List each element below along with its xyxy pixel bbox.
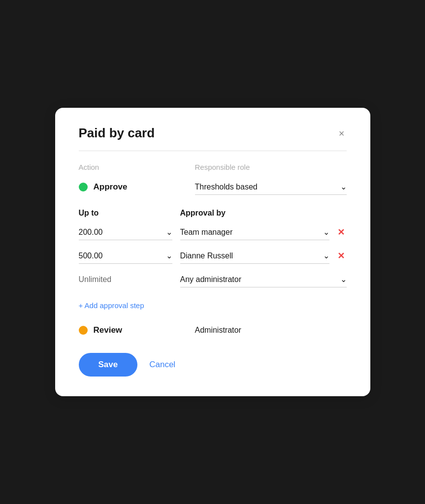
approve-label: Approve xyxy=(79,182,187,192)
column-headers: Action Responsible role xyxy=(79,163,347,171)
review-dot xyxy=(79,326,88,335)
up-to-chevron-icon-1: ⌄ xyxy=(166,227,172,237)
approval-by-value-1: Team manager xyxy=(180,228,233,237)
approval-by-row-1: Team manager ⌄ ✕ xyxy=(180,224,347,240)
responsible-role-chevron-icon: ⌄ xyxy=(340,182,347,191)
up-to-dropdown-1[interactable]: 200.00 ⌄ xyxy=(79,224,172,240)
save-button[interactable]: Save xyxy=(79,353,138,377)
approval-by-row-2: Dianne Russell ⌄ ✕ xyxy=(180,248,347,264)
up-to-value-1: 200.00 xyxy=(79,228,103,237)
approval-by-value-2: Dianne Russell xyxy=(180,252,233,260)
up-to-chevron-icon-2: ⌄ xyxy=(166,251,172,260)
approve-action-text: Approve xyxy=(94,182,128,192)
threshold-section: Up to Approval by 200.00 ⌄ Team manager … xyxy=(79,209,347,287)
cancel-button[interactable]: Cancel xyxy=(149,360,175,370)
threshold-row: Unlimited Any administrator ⌄ xyxy=(79,272,347,287)
action-column-header: Action xyxy=(79,163,187,171)
up-to-header: Up to xyxy=(79,209,172,218)
approval-by-chevron-icon-2: ⌄ xyxy=(323,251,329,260)
approval-by-dropdown-1[interactable]: Team manager ⌄ xyxy=(180,224,329,240)
header-divider xyxy=(79,151,347,151)
close-button[interactable]: × xyxy=(337,126,347,140)
add-approval-step-button[interactable]: + Add approval step xyxy=(79,299,144,312)
review-action-text: Review xyxy=(94,325,123,335)
up-to-dropdown-2[interactable]: 500.00 ⌄ xyxy=(79,248,172,264)
up-to-value-2: 500.00 xyxy=(79,252,103,260)
responsible-role-column-header: Responsible role xyxy=(195,163,347,171)
paid-by-card-modal: Paid by card × Action Responsible role A… xyxy=(55,108,370,396)
approve-row: Approve Thresholds based ⌄ xyxy=(79,179,347,195)
threshold-col-headers: Up to Approval by xyxy=(79,209,347,218)
approval-by-header: Approval by xyxy=(180,209,347,218)
remove-row-1-button[interactable]: ✕ xyxy=(335,228,347,237)
approval-by-chevron-icon-3: ⌄ xyxy=(340,275,347,284)
up-to-unlimited: Unlimited xyxy=(79,272,172,287)
approval-by-dropdown-2[interactable]: Dianne Russell ⌄ xyxy=(180,248,329,264)
review-label: Review xyxy=(79,325,187,335)
modal-title: Paid by card xyxy=(79,126,155,141)
approve-dot xyxy=(79,183,88,191)
threshold-row: 500.00 ⌄ Dianne Russell ⌄ ✕ xyxy=(79,248,347,264)
approval-by-row-3: Any administrator ⌄ xyxy=(180,272,347,287)
modal-header: Paid by card × xyxy=(79,126,347,141)
responsible-role-value: Thresholds based xyxy=(195,183,258,191)
review-responsible-role: Administrator xyxy=(195,326,347,335)
approval-by-dropdown-3[interactable]: Any administrator ⌄ xyxy=(180,272,347,287)
modal-footer: Save Cancel xyxy=(79,353,347,377)
threshold-row: 200.00 ⌄ Team manager ⌄ ✕ xyxy=(79,224,347,240)
responsible-role-dropdown[interactable]: Thresholds based ⌄ xyxy=(195,179,347,195)
review-row: Review Administrator xyxy=(79,325,347,335)
remove-row-2-button[interactable]: ✕ xyxy=(335,252,347,260)
approval-by-chevron-icon-1: ⌄ xyxy=(323,227,329,237)
approval-by-value-3: Any administrator xyxy=(180,275,242,284)
